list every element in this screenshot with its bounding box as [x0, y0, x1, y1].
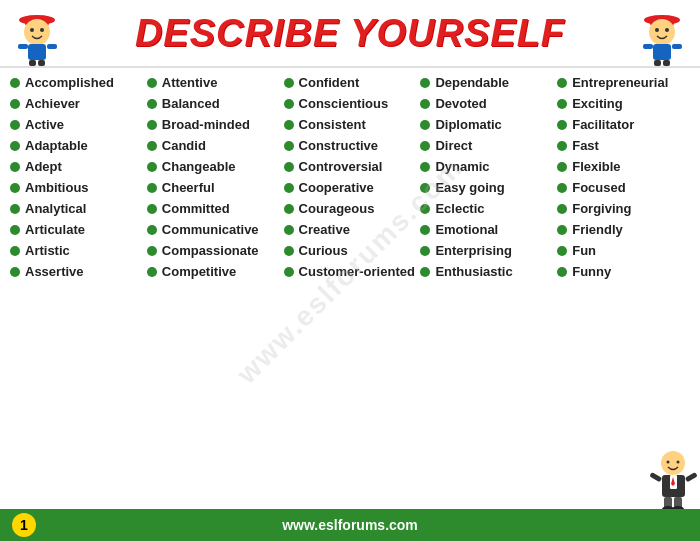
word-label: Dependable [435, 75, 509, 90]
bullet-icon [10, 225, 20, 235]
list-item: Ambitious [10, 177, 143, 198]
bullet-icon [420, 120, 430, 130]
list-item: Easy going [420, 177, 553, 198]
list-item: Adept [10, 156, 143, 177]
bullet-icon [10, 78, 20, 88]
word-label: Competitive [162, 264, 236, 279]
bullet-icon [557, 267, 567, 277]
bullet-icon [10, 204, 20, 214]
list-item: Forgiving [557, 198, 690, 219]
bullet-icon [10, 141, 20, 151]
bullet-icon [147, 162, 157, 172]
bullet-icon [420, 78, 430, 88]
word-label: Changeable [162, 159, 236, 174]
word-label: Devoted [435, 96, 486, 111]
word-label: Consistent [299, 117, 366, 132]
word-label: Confident [299, 75, 360, 90]
list-item: Facilitator [557, 114, 690, 135]
bullet-icon [284, 246, 294, 256]
list-item: Conscientious [284, 93, 417, 114]
bullet-icon [147, 120, 157, 130]
list-item: Diplomatic [420, 114, 553, 135]
word-label: Achiever [25, 96, 80, 111]
word-label: Candid [162, 138, 206, 153]
list-item: Fun [557, 240, 690, 261]
bullet-icon [147, 78, 157, 88]
list-item: Curious [284, 240, 417, 261]
word-label: Exciting [572, 96, 623, 111]
svg-rect-19 [663, 60, 670, 66]
word-column-4: DependableDevotedDiplomaticDirectDynamic… [418, 72, 555, 282]
bullet-icon [557, 120, 567, 130]
list-item: Committed [147, 198, 280, 219]
list-item: Changeable [147, 156, 280, 177]
bullet-icon [10, 120, 20, 130]
list-item: Focused [557, 177, 690, 198]
word-label: Fun [572, 243, 596, 258]
word-label: Eclectic [435, 201, 484, 216]
footer: 1 www.eslforums.com [0, 509, 700, 541]
page-title: DESCRIBE YOURSELF [65, 12, 635, 55]
bullet-icon [284, 120, 294, 130]
bullet-icon [284, 99, 294, 109]
bullet-icon [10, 99, 20, 109]
word-label: Diplomatic [435, 117, 501, 132]
bullet-icon [557, 99, 567, 109]
svg-rect-7 [47, 44, 57, 49]
svg-rect-27 [685, 472, 698, 482]
list-item: Balanced [147, 93, 280, 114]
bullet-icon [147, 246, 157, 256]
word-label: Friendly [572, 222, 623, 237]
list-item: Articulate [10, 219, 143, 240]
bullet-icon [557, 141, 567, 151]
bullet-icon [284, 183, 294, 193]
word-column-5: EntrepreneurialExcitingFacilitatorFastFl… [555, 72, 692, 282]
word-label: Direct [435, 138, 472, 153]
bullet-icon [147, 204, 157, 214]
word-label: Controversial [299, 159, 383, 174]
bullet-icon [557, 225, 567, 235]
list-item: Achiever [10, 93, 143, 114]
word-label: Entrepreneurial [572, 75, 668, 90]
word-label: Broad-minded [162, 117, 250, 132]
list-item: Customer-oriented [284, 261, 417, 282]
word-label: Artistic [25, 243, 70, 258]
list-item: Artistic [10, 240, 143, 261]
word-column-2: AttentiveBalancedBroad-mindedCandidChang… [145, 72, 282, 282]
bullet-icon [10, 162, 20, 172]
word-label: Analytical [25, 201, 86, 216]
svg-point-2 [24, 19, 50, 45]
svg-rect-9 [38, 60, 45, 66]
bullet-icon [284, 225, 294, 235]
bullet-icon [284, 162, 294, 172]
word-label: Customer-oriented [299, 264, 415, 279]
bullet-icon [420, 204, 430, 214]
bullet-icon [147, 141, 157, 151]
word-label: Committed [162, 201, 230, 216]
word-label: Ambitious [25, 180, 89, 195]
list-item: Attentive [147, 72, 280, 93]
word-label: Assertive [25, 264, 84, 279]
bullet-icon [420, 99, 430, 109]
svg-point-13 [655, 28, 659, 32]
svg-rect-15 [653, 44, 671, 60]
footer-url: www.eslforums.com [282, 517, 418, 533]
list-item: Eclectic [420, 198, 553, 219]
word-label: Active [25, 117, 64, 132]
list-item: Enterprising [420, 240, 553, 261]
bullet-icon [147, 225, 157, 235]
svg-rect-26 [649, 472, 662, 482]
bullet-icon [420, 267, 430, 277]
list-item: Dependable [420, 72, 553, 93]
list-item: Emotional [420, 219, 553, 240]
word-grid: AccomplishedAchieverActiveAdaptableAdept… [0, 68, 700, 286]
svg-rect-16 [643, 44, 653, 49]
word-label: Funny [572, 264, 611, 279]
mascot-right [635, 6, 690, 61]
list-item: Active [10, 114, 143, 135]
word-label: Attentive [162, 75, 218, 90]
list-item: Dynamic [420, 156, 553, 177]
bullet-icon [557, 246, 567, 256]
list-item: Compassionate [147, 240, 280, 261]
svg-point-21 [667, 461, 670, 464]
